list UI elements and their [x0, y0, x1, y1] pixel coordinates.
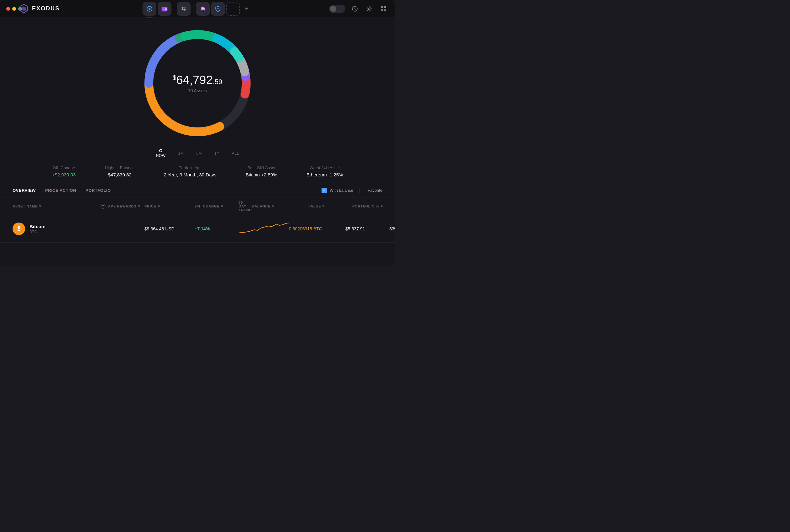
history-icon[interactable] [350, 4, 360, 14]
svg-marker-1 [22, 6, 26, 11]
nav-tab-add-dashed[interactable] [226, 2, 240, 16]
right-icons [329, 4, 389, 14]
main-content: $64,792.59 10 Assets NOW 1M 6M 1Y ALL 24… [0, 17, 395, 266]
sort-value-icon: ⇅ [322, 205, 325, 208]
col-apy-label: APY REWARDS [108, 204, 136, 208]
nav-separator [174, 4, 174, 14]
time-dot [159, 149, 162, 152]
table-row[interactable]: ₿ Bitcoin BTC $9,364.48 USD +7.14% 0.602… [0, 215, 395, 243]
tab-overview[interactable]: OVERVIEW [13, 187, 36, 194]
currency-symbol: $ [173, 74, 176, 81]
svg-rect-14 [381, 6, 383, 8]
lock-knob [330, 6, 336, 12]
stat-24h-change: 24h Change +$2,930.03 [52, 166, 76, 177]
lock-toggle[interactable] [329, 5, 345, 13]
col-balance-label: BALANCE [252, 204, 270, 208]
nav-tab-ghost[interactable] [196, 2, 210, 16]
btc-trend-cell [239, 220, 289, 237]
stat-best-asset: Best 24H Asset Bitcoin +2.89% [246, 166, 277, 177]
btc-balance: 0.60205315 BTC [289, 226, 345, 231]
logo-text: EXODUS [32, 5, 60, 12]
svg-point-3 [149, 8, 150, 10]
btc-icon: ₿ [13, 223, 25, 235]
apy-info-icon[interactable]: ? [100, 204, 106, 209]
stats-row: 24h Change +$2,930.03 Highest Balance $4… [25, 166, 370, 177]
sort-price-icon: ⇅ [157, 205, 161, 208]
stat-worst-label: Worst 24H Asset [306, 166, 343, 170]
titlebar: EXODUS [0, 0, 395, 17]
time-btn-6m[interactable]: 6M [196, 151, 202, 156]
col-value[interactable]: VALUE ⇅ [308, 201, 352, 212]
nav-tab-swap[interactable] [177, 2, 191, 16]
nav-add-button[interactable]: + [241, 3, 252, 15]
svg-rect-16 [381, 10, 383, 11]
asset-cell-btc: ₿ Bitcoin BTC [13, 223, 100, 235]
col-24h[interactable]: 24H CHANGE ⇅ [195, 201, 239, 212]
nav-tab-wallet[interactable] [157, 2, 171, 16]
tab-active-indicator [146, 18, 153, 18]
nav-tab-portfolio[interactable] [143, 2, 156, 16]
col-price[interactable]: PRICE ⇅ [145, 201, 195, 212]
minimize-dot[interactable] [12, 7, 16, 11]
col-asset-name[interactable]: ASSET NAME ⇅ [13, 201, 100, 212]
col-24h-label: 24H CHANGE [195, 204, 220, 208]
nav-separator-2 [193, 4, 193, 14]
col-value-label: VALUE [308, 204, 321, 208]
sort-portfolio-icon: ⇅ [380, 205, 383, 208]
stat-best-value: Bitcoin +2.89% [246, 172, 277, 177]
portfolio-total: $64,792.59 10 Assets [173, 73, 222, 93]
time-now[interactable]: NOW [156, 149, 166, 158]
btc-info: Bitcoin BTC [30, 224, 45, 234]
with-balance-label: With balance [330, 188, 353, 193]
donut-chart: $64,792.59 10 Assets [138, 23, 257, 143]
stat-worst-value: Ethereum -1,25% [306, 172, 343, 177]
nav-tab-shield[interactable] [211, 2, 225, 16]
favorite-checkbox[interactable] [359, 188, 365, 193]
stat-24h-label: 24h Change [52, 166, 76, 170]
time-btn-1m[interactable]: 1M [178, 151, 184, 156]
col-trend: 30 DAY TREND [239, 201, 252, 212]
nav-tabs: + [143, 2, 252, 16]
with-balance-filter[interactable]: ✓ With balance [321, 188, 353, 193]
time-btn-1y[interactable]: 1Y [214, 151, 220, 156]
stat-highest-balance: Highest Balance $47,839.82 [105, 166, 135, 177]
grid-icon[interactable] [379, 4, 389, 14]
btc-ticker: BTC [30, 230, 45, 234]
svg-point-13 [368, 8, 370, 10]
sort-24h-icon: ⇅ [221, 205, 224, 208]
settings-icon[interactable] [364, 4, 374, 14]
col-apy[interactable]: ? APY REWARDS ⇅ [100, 201, 145, 212]
close-dot[interactable] [6, 7, 10, 11]
col-price-label: PRICE [145, 204, 156, 208]
favorite-label-text: Favorite [368, 188, 382, 193]
stat-worst-asset: Worst 24H Asset Ethereum -1,25% [306, 166, 343, 177]
btc-portfolio-pct: 33% [389, 226, 395, 231]
svg-rect-5 [165, 8, 167, 10]
tab-price-action[interactable]: PRICE ACTION [45, 187, 76, 194]
stat-highest-value: $47,839.82 [105, 172, 135, 177]
svg-point-8 [202, 7, 203, 8]
stat-portfolio-age: Portfolio Age 2 Year, 3 Month, 30 Days [164, 166, 217, 177]
svg-rect-15 [384, 6, 386, 8]
favorite-filter[interactable]: Favorite [359, 188, 382, 193]
svg-rect-17 [384, 10, 386, 11]
btc-change: +7.14% [195, 226, 239, 231]
chart-area: $64,792.59 10 Assets NOW 1M 6M 1Y ALL 24… [0, 17, 395, 177]
tab-portfolio[interactable]: PORTFOLIO [86, 187, 111, 194]
portfolio-amount: $64,792.59 [173, 73, 222, 87]
col-portfolio-pct[interactable]: PORTFOLIO % ⇅ [352, 201, 390, 212]
col-asset-name-label: ASSET NAME [13, 204, 38, 208]
stat-age-label: Portfolio Age [164, 166, 217, 170]
svg-point-9 [203, 7, 204, 8]
time-btn-now[interactable]: NOW [156, 153, 166, 158]
col-balance[interactable]: BALANCE ⇅ [252, 201, 308, 212]
time-btn-all[interactable]: ALL [232, 151, 239, 156]
tabs-row: OVERVIEW PRICE ACTION PORTFOLIO ✓ With b… [0, 180, 395, 197]
btc-mini-chart [239, 220, 289, 236]
col-trend-label: 30 DAY TREND [239, 201, 252, 212]
exodus-logo-icon [19, 4, 29, 14]
stat-24h-value: +$2,930.03 [52, 172, 76, 177]
table-header: ASSET NAME ⇅ ? APY REWARDS ⇅ PRICE ⇅ 24H… [0, 197, 395, 215]
assets-count: 10 Assets [173, 88, 222, 93]
with-balance-checkbox[interactable]: ✓ [321, 188, 327, 193]
